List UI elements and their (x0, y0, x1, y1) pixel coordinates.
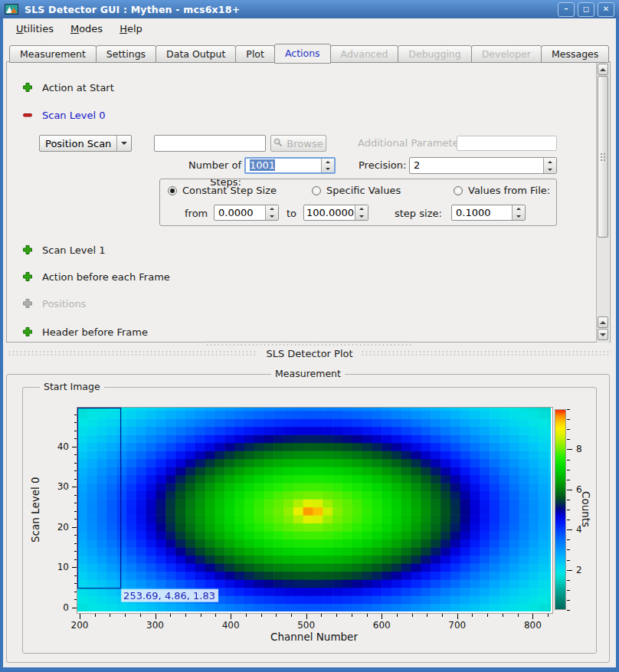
tick (306, 614, 307, 619)
action-label: Scan Level 1 (42, 244, 105, 257)
tick (567, 429, 570, 430)
tick (185, 614, 186, 617)
step-size-label: step size: (395, 208, 442, 219)
vertical-scrollbar[interactable] (596, 63, 609, 343)
header-before-frame-row[interactable]: Header before Frame (22, 326, 148, 339)
tick (567, 510, 570, 510)
close-button[interactable]: ✕ (598, 2, 614, 17)
tick (567, 449, 572, 450)
add-icon (22, 298, 33, 311)
tab-debugging: Debugging (398, 45, 471, 63)
chevron-down-icon[interactable] (116, 136, 131, 151)
window-title: SLS Detector GUI : Mythen - mcs6x18+ (25, 4, 240, 15)
tick-label: 0 (63, 602, 69, 612)
tick (442, 614, 443, 617)
scroll-down-button[interactable] (598, 329, 608, 340)
spin-down-button[interactable] (266, 213, 278, 221)
plot-dock-titlebar[interactable]: SLS Detector Plot (8, 347, 611, 359)
tab-actions[interactable]: Actions (274, 44, 331, 64)
colorbar-title: Counts (580, 409, 592, 610)
menu-utilities[interactable]: Utilities (9, 21, 61, 37)
step-size-spinbox[interactable]: 0.1000 (451, 205, 526, 221)
tick (567, 580, 570, 581)
splitter-handle[interactable] (205, 340, 414, 346)
tick (261, 614, 262, 617)
tick (503, 614, 503, 617)
dock-grip-left (8, 350, 258, 356)
spin-down-button[interactable] (355, 213, 368, 221)
radio-values-from-file[interactable] (454, 186, 463, 195)
measurement-groupbox: Measurement Start Image Scan Level 0 010… (6, 374, 610, 663)
maximize-button[interactable]: ◻ (578, 2, 594, 17)
action-label: Scan Level 0 (42, 109, 105, 123)
step-mode-groupbox: Constant Step Size Specific Values Value… (159, 179, 557, 226)
spin-up-button[interactable] (355, 205, 368, 213)
titlebar[interactable]: SLS Detector GUI : Mythen - mcs6x18+ – ◻… (0, 0, 619, 18)
additional-parameter-input (457, 136, 557, 151)
tab-data-output[interactable]: Data Output (156, 45, 236, 63)
scan-level-1-row[interactable]: Scan Level 1 (22, 244, 105, 257)
tick-label: 10 (57, 562, 69, 572)
spin-up-button[interactable] (266, 205, 278, 213)
tick (567, 570, 572, 571)
add-icon (22, 244, 33, 257)
spin-up-button[interactable] (322, 159, 334, 166)
add-icon (22, 82, 33, 95)
from-spinbox[interactable]: 0.0000 (214, 205, 279, 221)
add-icon (22, 271, 33, 284)
tick-label: 30 (57, 481, 69, 492)
scroll-up-button[interactable] (598, 64, 608, 75)
tick-label: 300 (146, 620, 164, 631)
tick (567, 560, 570, 561)
scan-mode-value: Position Scan (40, 138, 116, 149)
tick (518, 614, 519, 617)
action-before-frame-row[interactable]: Action before each Frame (22, 270, 170, 284)
action-at-start-row[interactable]: Action at Start (22, 81, 114, 95)
menu-help[interactable]: Help (113, 21, 149, 37)
scan-mode-select[interactable]: Position Scan (39, 135, 132, 152)
tab-measurement[interactable]: Measurement (9, 45, 97, 63)
spin-down-button[interactable] (544, 166, 556, 173)
grip-dots-icon (600, 152, 607, 162)
tick (427, 614, 427, 617)
tab-settings[interactable]: Settings (96, 45, 156, 63)
tick (567, 409, 570, 410)
magnifier-icon (273, 138, 283, 149)
window-content: Utilities Modes Help MeasurementSettings… (3, 18, 616, 667)
start-image-groupbox: Start Image Scan Level 0 010203040 20030… (22, 387, 597, 654)
tab-plot[interactable]: Plot (235, 45, 275, 63)
minimize-button[interactable]: – (558, 2, 575, 17)
precision-spinbox[interactable]: 2 (409, 157, 557, 174)
tick (532, 614, 533, 619)
scan-script-input[interactable] (154, 135, 266, 152)
tick (382, 614, 382, 619)
tick (246, 614, 247, 617)
spin-down-button[interactable] (322, 166, 334, 172)
number-of-steps-spinbox[interactable]: 1001 (244, 157, 336, 174)
tick (567, 549, 570, 550)
tick (140, 614, 141, 617)
tick (95, 614, 96, 617)
scroll-up-button-2[interactable] (598, 316, 608, 328)
spin-down-button[interactable] (513, 213, 525, 221)
spin-up-button[interactable] (544, 158, 556, 166)
tick (567, 610, 570, 611)
step-size-value: 0.1000 (452, 205, 512, 220)
scan-level-0-row[interactable]: Scan Level 0 (22, 109, 105, 123)
radio-constant-step-size[interactable] (168, 186, 177, 195)
heatmap-canvas[interactable] (77, 408, 551, 611)
tick (567, 500, 570, 500)
action-label: Action at Start (42, 81, 114, 95)
heatmap-frame (77, 407, 553, 614)
tick (567, 600, 570, 601)
tick-label: 200 (71, 620, 89, 631)
tab-developer: Developer (471, 45, 542, 63)
scrollbar-thumb[interactable] (598, 76, 608, 238)
tab-messages[interactable]: Messages (541, 45, 609, 63)
remove-icon (22, 110, 33, 123)
action-label: Positions (42, 297, 86, 311)
spin-up-button[interactable] (513, 205, 525, 213)
radio-specific-values[interactable] (312, 186, 321, 195)
to-spinbox[interactable]: 100.0000 (303, 205, 368, 221)
menu-modes[interactable]: Modes (64, 21, 110, 37)
